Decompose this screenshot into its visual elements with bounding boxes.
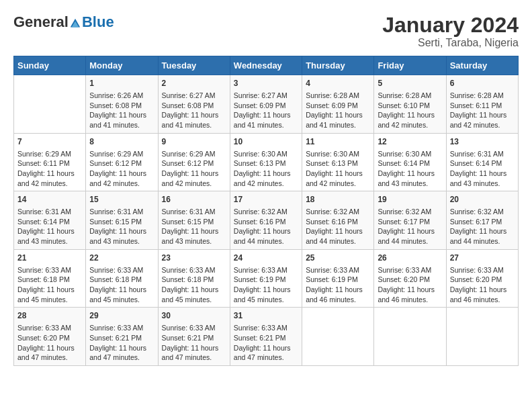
day-info: Sunrise: 6:32 AM Sunset: 6:17 PM Dayligh…: [450, 207, 515, 246]
calendar-cell: 6Sunrise: 6:28 AM Sunset: 6:11 PM Daylig…: [446, 75, 518, 134]
day-number: 22: [89, 253, 154, 264]
day-info: Sunrise: 6:33 AM Sunset: 6:21 PM Dayligh…: [234, 323, 298, 363]
day-info: Sunrise: 6:33 AM Sunset: 6:20 PM Dayligh…: [17, 323, 82, 363]
weekday-header-sunday: Sunday: [14, 56, 86, 75]
calendar-cell: 1Sunrise: 6:26 AM Sunset: 6:08 PM Daylig…: [86, 75, 158, 134]
calendar-cell: 11Sunrise: 6:30 AM Sunset: 6:13 PM Dayli…: [302, 133, 374, 191]
logo-general-text: General: [13, 13, 69, 31]
day-number: 28: [17, 310, 82, 322]
day-number: 14: [17, 194, 82, 205]
weekday-header-friday: Friday: [374, 56, 446, 75]
title-area: January 2024 Serti, Taraba, Nigeria: [382, 13, 519, 49]
day-number: 1: [89, 78, 154, 89]
day-number: 25: [306, 253, 370, 264]
calendar-cell: 22Sunrise: 6:33 AM Sunset: 6:18 PM Dayli…: [86, 249, 158, 308]
calendar-cell: 31Sunrise: 6:33 AM Sunset: 6:21 PM Dayli…: [230, 308, 302, 366]
day-number: 30: [162, 310, 226, 322]
calendar-cell: 9Sunrise: 6:29 AM Sunset: 6:12 PM Daylig…: [158, 133, 230, 191]
day-info: Sunrise: 6:31 AM Sunset: 6:15 PM Dayligh…: [162, 207, 226, 246]
calendar-cell: 3Sunrise: 6:27 AM Sunset: 6:09 PM Daylig…: [230, 75, 302, 134]
day-info: Sunrise: 6:30 AM Sunset: 6:14 PM Dayligh…: [378, 149, 442, 189]
calendar-cell: [14, 75, 86, 134]
day-info: Sunrise: 6:33 AM Sunset: 6:18 PM Dayligh…: [162, 265, 226, 305]
day-info: Sunrise: 6:29 AM Sunset: 6:12 PM Dayligh…: [89, 149, 154, 189]
calendar-cell: 23Sunrise: 6:33 AM Sunset: 6:18 PM Dayli…: [158, 249, 230, 308]
calendar-cell: 28Sunrise: 6:33 AM Sunset: 6:20 PM Dayli…: [14, 308, 86, 366]
weekday-header-row: SundayMondayTuesdayWednesdayThursdayFrid…: [14, 56, 519, 75]
day-info: Sunrise: 6:31 AM Sunset: 6:14 PM Dayligh…: [17, 207, 82, 246]
day-info: Sunrise: 6:33 AM Sunset: 6:19 PM Dayligh…: [234, 265, 298, 305]
day-info: Sunrise: 6:33 AM Sunset: 6:21 PM Dayligh…: [162, 323, 226, 363]
day-info: Sunrise: 6:28 AM Sunset: 6:10 PM Dayligh…: [378, 91, 442, 130]
day-info: Sunrise: 6:31 AM Sunset: 6:14 PM Dayligh…: [450, 149, 515, 189]
calendar-cell: [374, 308, 446, 366]
day-info: Sunrise: 6:30 AM Sunset: 6:13 PM Dayligh…: [234, 149, 298, 189]
day-info: Sunrise: 6:33 AM Sunset: 6:20 PM Dayligh…: [378, 265, 442, 305]
day-number: 7: [17, 136, 82, 148]
day-number: 24: [234, 253, 298, 264]
day-number: 6: [450, 78, 515, 89]
calendar-cell: 26Sunrise: 6:33 AM Sunset: 6:20 PM Dayli…: [374, 249, 446, 308]
calendar-cell: 16Sunrise: 6:31 AM Sunset: 6:15 PM Dayli…: [158, 191, 230, 250]
day-info: Sunrise: 6:27 AM Sunset: 6:09 PM Dayligh…: [234, 91, 298, 130]
calendar-week-5: 28Sunrise: 6:33 AM Sunset: 6:20 PM Dayli…: [14, 308, 519, 366]
logo-blue-text: Blue: [82, 13, 114, 31]
day-number: 23: [162, 253, 226, 264]
day-info: Sunrise: 6:31 AM Sunset: 6:15 PM Dayligh…: [89, 207, 154, 246]
day-info: Sunrise: 6:33 AM Sunset: 6:18 PM Dayligh…: [89, 265, 154, 305]
calendar-cell: 12Sunrise: 6:30 AM Sunset: 6:14 PM Dayli…: [374, 133, 446, 191]
weekday-header-wednesday: Wednesday: [230, 56, 302, 75]
calendar-cell: 2Sunrise: 6:27 AM Sunset: 6:08 PM Daylig…: [158, 75, 230, 134]
day-info: Sunrise: 6:32 AM Sunset: 6:16 PM Dayligh…: [234, 207, 298, 246]
weekday-header-saturday: Saturday: [446, 56, 518, 75]
calendar-cell: 5Sunrise: 6:28 AM Sunset: 6:10 PM Daylig…: [374, 75, 446, 134]
day-info: Sunrise: 6:32 AM Sunset: 6:17 PM Dayligh…: [378, 207, 442, 246]
calendar-cell: 27Sunrise: 6:33 AM Sunset: 6:20 PM Dayli…: [446, 249, 518, 308]
calendar-cell: 13Sunrise: 6:31 AM Sunset: 6:14 PM Dayli…: [446, 133, 518, 191]
calendar-cell: 17Sunrise: 6:32 AM Sunset: 6:16 PM Dayli…: [230, 191, 302, 250]
day-number: 16: [162, 194, 226, 205]
day-number: 5: [378, 78, 442, 89]
day-info: Sunrise: 6:28 AM Sunset: 6:09 PM Dayligh…: [306, 91, 370, 130]
calendar-cell: [446, 308, 518, 366]
day-info: Sunrise: 6:29 AM Sunset: 6:12 PM Dayligh…: [162, 149, 226, 189]
day-number: 8: [89, 136, 154, 148]
day-number: 19: [378, 194, 442, 205]
day-info: Sunrise: 6:29 AM Sunset: 6:11 PM Dayligh…: [17, 149, 82, 189]
day-info: Sunrise: 6:32 AM Sunset: 6:16 PM Dayligh…: [306, 207, 370, 246]
calendar-cell: 7Sunrise: 6:29 AM Sunset: 6:11 PM Daylig…: [14, 133, 86, 191]
day-number: 27: [450, 253, 515, 264]
calendar-cell: [302, 308, 374, 366]
logo: General Blue: [13, 13, 114, 31]
calendar-week-4: 21Sunrise: 6:33 AM Sunset: 6:18 PM Dayli…: [14, 249, 519, 308]
day-number: 9: [162, 136, 226, 148]
day-number: 20: [450, 194, 515, 205]
logo-icon: [69, 16, 81, 28]
day-number: 31: [234, 310, 298, 322]
page-title: January 2024: [382, 13, 519, 37]
calendar-cell: 19Sunrise: 6:32 AM Sunset: 6:17 PM Dayli…: [374, 191, 446, 250]
day-number: 4: [306, 78, 370, 89]
calendar-week-3: 14Sunrise: 6:31 AM Sunset: 6:14 PM Dayli…: [14, 191, 519, 250]
day-number: 17: [234, 194, 298, 205]
day-number: 29: [89, 310, 154, 322]
day-number: 12: [378, 136, 442, 148]
calendar-cell: 24Sunrise: 6:33 AM Sunset: 6:19 PM Dayli…: [230, 249, 302, 308]
page-header: General Blue January 2024 Serti, Taraba,…: [13, 13, 519, 49]
calendar-cell: 4Sunrise: 6:28 AM Sunset: 6:09 PM Daylig…: [302, 75, 374, 134]
calendar-cell: 15Sunrise: 6:31 AM Sunset: 6:15 PM Dayli…: [86, 191, 158, 250]
calendar-cell: 20Sunrise: 6:32 AM Sunset: 6:17 PM Dayli…: [446, 191, 518, 250]
calendar-cell: 18Sunrise: 6:32 AM Sunset: 6:16 PM Dayli…: [302, 191, 374, 250]
weekday-header-tuesday: Tuesday: [158, 56, 230, 75]
calendar-cell: 25Sunrise: 6:33 AM Sunset: 6:19 PM Dayli…: [302, 249, 374, 308]
calendar-week-2: 7Sunrise: 6:29 AM Sunset: 6:11 PM Daylig…: [14, 133, 519, 191]
calendar-week-1: 1Sunrise: 6:26 AM Sunset: 6:08 PM Daylig…: [14, 75, 519, 134]
weekday-header-monday: Monday: [86, 56, 158, 75]
calendar-table: SundayMondayTuesdayWednesdayThursdayFrid…: [13, 56, 519, 366]
day-info: Sunrise: 6:30 AM Sunset: 6:13 PM Dayligh…: [306, 149, 370, 189]
calendar-cell: 21Sunrise: 6:33 AM Sunset: 6:18 PM Dayli…: [14, 249, 86, 308]
day-info: Sunrise: 6:33 AM Sunset: 6:20 PM Dayligh…: [450, 265, 515, 305]
day-number: 13: [450, 136, 515, 148]
day-info: Sunrise: 6:28 AM Sunset: 6:11 PM Dayligh…: [450, 91, 515, 130]
day-number: 2: [162, 78, 226, 89]
